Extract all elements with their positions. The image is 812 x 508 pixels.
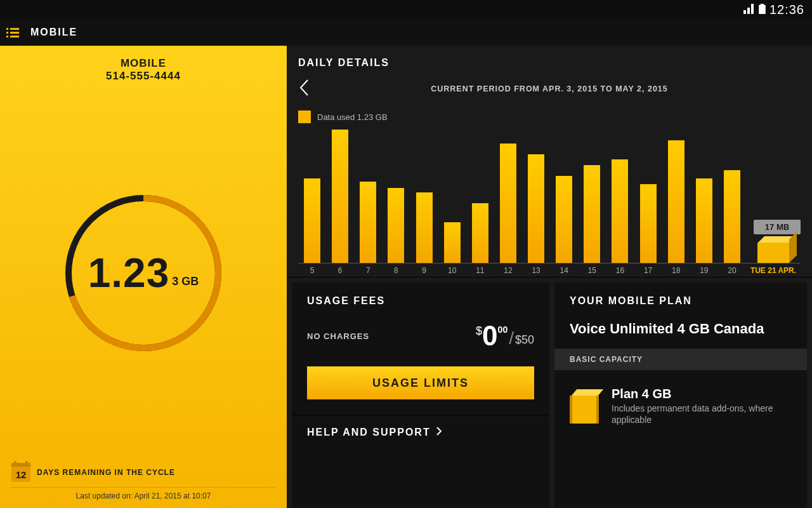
daily-usage-chart: 17 MB 567891011121314151617181920TUE 21 …: [298, 127, 801, 277]
mobile-plan-panel: YOUR MOBILE PLAN Voice Unlimited 4 GB Ca…: [554, 283, 807, 508]
usage-limits-button[interactable]: USAGE LIMITS: [307, 366, 534, 399]
axis-label: 13: [522, 264, 550, 277]
chart-bar[interactable]: [410, 127, 438, 263]
chart-bar[interactable]: [690, 127, 718, 263]
fees-title: USAGE FEES: [292, 283, 549, 316]
usage-fees-panel: USAGE FEES NO CHARGES $ 0 00 / $50 USAGE…: [292, 283, 549, 508]
no-charges-label: NO CHARGES: [307, 331, 369, 341]
usage-unit: 3 GB: [172, 275, 199, 288]
chart-bar[interactable]: [522, 127, 550, 263]
data-cube-icon: [570, 389, 599, 424]
calendar-icon: 12: [11, 463, 30, 482]
chart-bar[interactable]: [550, 127, 578, 263]
chart-bar[interactable]: [354, 127, 382, 263]
axis-label: 5: [298, 264, 326, 277]
battery-icon: [759, 3, 766, 17]
chart-bar[interactable]: [578, 127, 606, 263]
plan-detail-title: Plan 4 GB: [612, 387, 776, 401]
chart-tooltip: 17 MB: [754, 220, 801, 234]
fees-amount: $ 0 00 / $50: [476, 322, 534, 350]
axis-label: 7: [354, 264, 382, 277]
days-remaining-value: 12: [11, 467, 30, 482]
status-bar: 12:36: [0, 0, 812, 19]
chart-bar[interactable]: [606, 127, 634, 263]
chevron-right-icon: [436, 427, 442, 438]
axis-label: 11: [466, 264, 494, 277]
axis-label: 16: [606, 264, 634, 277]
plan-name: Voice Unlimited 4 GB Canada: [554, 316, 807, 349]
chart-bar[interactable]: [634, 127, 662, 263]
axis-label: 19: [690, 264, 718, 277]
previous-period-button[interactable]: [298, 79, 311, 99]
chart-legend: Data used 1.23 GB: [287, 110, 812, 127]
account-kind: MOBILE: [0, 57, 287, 70]
status-time: 12:36: [769, 3, 804, 17]
axis-label: 10: [438, 264, 466, 277]
axis-label: 8: [382, 264, 410, 277]
app-header: MOBILE: [0, 19, 812, 46]
chart-bar[interactable]: [298, 127, 326, 263]
chart-bar[interactable]: [662, 127, 690, 263]
period-range: CURRENT PERIOD FROM APR. 3, 2015 TO MAY …: [311, 84, 788, 93]
axis-label: 15: [578, 264, 606, 277]
summary-panel: MOBILE 514-555-4444 1.23 3 GB 1: [0, 46, 287, 508]
chart-bar[interactable]: [438, 127, 466, 263]
help-support-button[interactable]: HELP AND SUPPORT: [292, 415, 549, 438]
menu-icon[interactable]: [6, 28, 19, 37]
details-title: DAILY DETAILS: [287, 46, 812, 75]
signal-icon: [743, 3, 755, 17]
chart-bar[interactable]: [718, 127, 746, 263]
axis-label: 14: [550, 264, 578, 277]
legend-text: Data used 1.23 GB: [317, 112, 388, 122]
axis-label: 17: [634, 264, 662, 277]
axis-label: TUE 21 APR.: [746, 264, 801, 277]
usage-donut: 1.23 3 GB: [55, 184, 232, 362]
legend-swatch-icon: [298, 110, 311, 123]
last-updated: Last updated on: April 21, 2015 at 10:07: [11, 487, 275, 500]
chart-bar[interactable]: [326, 127, 354, 263]
axis-label: 9: [410, 264, 438, 277]
days-remaining-label: DAYS REMAINING IN THE CYCLE: [37, 468, 175, 477]
chart-bar[interactable]: [466, 127, 494, 263]
capacity-label: BASIC CAPACITY: [554, 349, 807, 370]
chart-bar[interactable]: [382, 127, 410, 263]
header-title: MOBILE: [30, 27, 77, 38]
plan-title: YOUR MOBILE PLAN: [554, 283, 807, 316]
help-label: HELP AND SUPPORT: [307, 427, 431, 438]
axis-label: 18: [662, 264, 690, 277]
usage-value: 1.23: [88, 250, 170, 297]
axis-label: 20: [718, 264, 746, 277]
chart-bar[interactable]: 17 MB: [746, 127, 801, 263]
plan-detail-sub: Includes permanent data add-ons, where a…: [612, 403, 776, 425]
chart-bar[interactable]: [494, 127, 522, 263]
phone-number: 514-555-4444: [0, 70, 287, 83]
axis-label: 12: [494, 264, 522, 277]
axis-label: 6: [326, 264, 354, 277]
